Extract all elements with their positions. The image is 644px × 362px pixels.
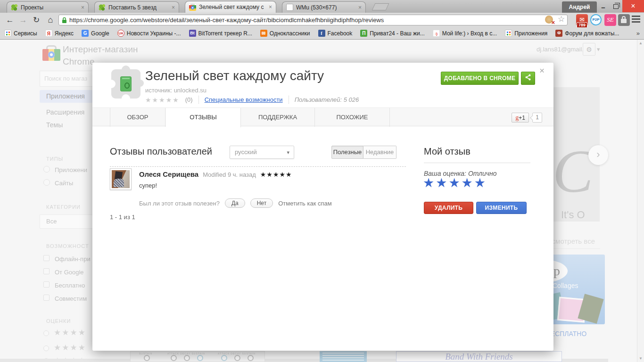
- forum-icon: Ф: [555, 30, 562, 37]
- lock-extension-icon[interactable]: [618, 14, 630, 26]
- bookmark-label: Facebook: [328, 30, 353, 37]
- tab-overview[interactable]: ОБЗОР: [110, 108, 165, 127]
- blocked-x-icon: ×: [551, 19, 555, 26]
- synth-label: SUSTAIN: [139, 352, 152, 355]
- browser-tab-wmu[interactable]: WMu (530×677) ×: [282, 1, 366, 13]
- bookmark-services[interactable]: Сервисы: [4, 30, 37, 37]
- rating-count: (0): [185, 96, 193, 103]
- knob: [184, 355, 190, 361]
- bookmark-yandex[interactable]: ЯЯндекс: [45, 30, 74, 37]
- ratings-label: ОЦЕНКИ: [46, 318, 71, 324]
- dialog-tab-strip: ОБЗОР ОТЗЫВЫ ПОДДЕРЖКА ПОХОЖИЕ g+1 1: [92, 107, 553, 126]
- webstore-favicon: [189, 4, 196, 11]
- scroll-down-arrow[interactable]: ▼: [637, 356, 644, 361]
- dropdown-arrow-icon: ▾: [597, 46, 600, 53]
- bookmark-moy-life[interactable]: :)Мой life:) › Вход в с...: [433, 30, 497, 37]
- tile-caption: Collages: [553, 282, 578, 289]
- google-icon: G: [82, 30, 89, 37]
- home-button[interactable]: ⌂: [44, 14, 57, 26]
- page-scrollbar[interactable]: ▲ ▼: [637, 40, 644, 362]
- bookmark-odnoklassniki[interactable]: ✉Одноклассники: [260, 30, 310, 37]
- edit-review-button[interactable]: ИЗМЕНИТЬ: [476, 202, 527, 214]
- synth-screenshot: SUSTAIN ATTACK DECAY SUSTAIN ATTACK DECA…: [130, 351, 265, 362]
- feature-compat-label: Совместим: [55, 295, 87, 302]
- address-bar[interactable]: [58, 15, 568, 25]
- bookmark-label: Приложения: [514, 30, 547, 37]
- banner-caption: It's O: [561, 209, 585, 221]
- new-tab-button[interactable]: [372, 3, 389, 10]
- my-review-heading: Мой отзыв: [424, 146, 471, 157]
- mail-extension-icon[interactable]: ✉ 789: [576, 14, 588, 26]
- sidebar-item-themes: Темы: [46, 121, 63, 129]
- tab-close-icon[interactable]: ×: [358, 5, 362, 10]
- facebook-icon: f: [318, 30, 325, 37]
- language-value: русский: [235, 148, 257, 156]
- dashed-divider: [110, 166, 406, 167]
- reload-button[interactable]: ↻: [30, 14, 42, 26]
- bookmark-label: Сервисы: [14, 30, 37, 37]
- tab-reviews-active[interactable]: ОТЗЫВЫ: [166, 108, 241, 127]
- knob: [171, 355, 177, 361]
- dialog-close-icon[interactable]: ×: [539, 66, 545, 76]
- helpful-yes-button[interactable]: Да: [225, 198, 245, 208]
- chrome-menu-button[interactable]: [632, 16, 641, 27]
- bag-body: [42, 49, 60, 61]
- tab-close-icon[interactable]: ×: [269, 4, 272, 10]
- bookmarks-bar: Сервисы ЯЯндекс GGoogle UAНовости Украин…: [0, 27, 644, 40]
- bookmark-google[interactable]: GGoogle: [82, 30, 109, 37]
- bookmark-forum[interactable]: ФФорум для вожаты...: [555, 30, 619, 37]
- puzzle-notch: [122, 94, 130, 103]
- users-count: Пользователей: 5 026: [295, 96, 359, 103]
- store-search-input: Поиск по магаз: [40, 71, 97, 87]
- delete-review-button[interactable]: УДАЛИТЬ: [424, 202, 473, 214]
- profile-badge[interactable]: Андрей: [562, 1, 597, 13]
- bookmark-bittorrent[interactable]: BtBitTorrent трекер R...: [189, 30, 252, 37]
- bookmarks-overflow-chevron[interactable]: »: [636, 30, 640, 37]
- window-close-button[interactable]: ×: [622, 0, 644, 12]
- bookmark-news-ua[interactable]: UAНовости Украины -...: [117, 30, 181, 37]
- knob: [234, 355, 240, 361]
- se-extension-icon[interactable]: SE: [604, 14, 616, 26]
- scroll-up-arrow[interactable]: ▲: [637, 41, 644, 45]
- tab-related[interactable]: ПОХОЖИЕ: [315, 108, 390, 127]
- window-maximize-button[interactable]: [610, 0, 622, 12]
- sort-recent-button[interactable]: Недавние: [363, 146, 396, 159]
- language-select[interactable]: русский ▾: [230, 146, 294, 159]
- forward-button[interactable]: →: [17, 14, 29, 26]
- extension-source: источник: unlocked.su: [145, 87, 206, 94]
- browser-tab-active-webstore[interactable]: Зеленый свет каждому с ×: [185, 1, 276, 13]
- added-to-chrome-button[interactable]: ДОБАВЛЕНО В CHROME: [441, 72, 519, 85]
- bookmark-star-icon[interactable]: ☆: [558, 14, 565, 24]
- browser-tab-rate[interactable]: Поставить 5 звезд ×: [94, 1, 179, 13]
- mark-spam-link[interactable]: Отметить как спам: [278, 200, 332, 207]
- sort-helpful-button[interactable]: Полезные: [331, 146, 363, 159]
- p2p-extension-icon[interactable]: P2P: [590, 14, 602, 25]
- knob: [221, 355, 227, 361]
- back-button[interactable]: ←: [4, 14, 16, 26]
- bookmark-privat24[interactable]: ППриват24 - Ваш жи...: [360, 30, 425, 37]
- webstore-logo: [42, 45, 60, 61]
- accessibility-link[interactable]: Специальные возможности: [205, 96, 283, 103]
- bookmark-facebook[interactable]: fFacebook: [318, 30, 353, 37]
- bookmark-apps[interactable]: Приложения: [505, 30, 547, 37]
- blocked-cookies-icon[interactable]: ×: [545, 16, 553, 24]
- feature-offline-label: Офлайн-при: [55, 255, 91, 263]
- tab-close-icon[interactable]: ×: [172, 5, 175, 10]
- extension-dialog: × Зеленый свет каждому сайту источник: u…: [92, 63, 553, 351]
- share-button[interactable]: [521, 72, 535, 85]
- url-input[interactable]: [69, 16, 543, 24]
- browser-window: Проекты × Поставить 5 звезд × Зеленый св…: [0, 0, 644, 362]
- privat24-icon: П: [360, 30, 367, 37]
- helpful-no-button[interactable]: Нет: [250, 198, 273, 208]
- type-apps-label: Приложени: [55, 166, 87, 173]
- knob: [248, 355, 254, 361]
- tab-support[interactable]: ПОДДЕРЖКА: [241, 108, 315, 127]
- google-plus-one-button[interactable]: g+1: [512, 113, 529, 123]
- window-minimize-button[interactable]: –: [597, 0, 610, 12]
- divider: [198, 96, 199, 104]
- my-rating-stars[interactable]: ★★★★★: [423, 175, 487, 190]
- tab-close-icon[interactable]: ×: [81, 5, 84, 10]
- puzzle-core: [120, 76, 132, 91]
- webstore-page: Интернет-магазин Chrome Поиск по магаз П…: [0, 40, 644, 362]
- browser-tab-projects[interactable]: Проекты ×: [7, 1, 89, 13]
